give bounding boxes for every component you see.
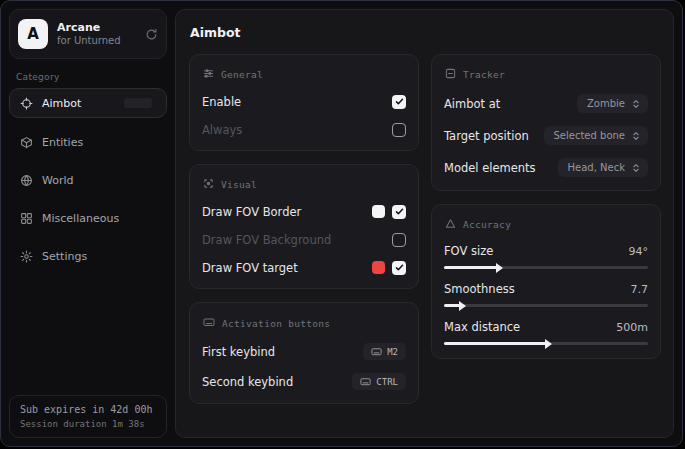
setting-row-fov-background: Draw FOV Background <box>202 232 406 247</box>
setting-row-always: Always <box>202 122 406 137</box>
always-checkbox[interactable] <box>392 123 406 137</box>
tracker-card: Tracker Aimbot at Zombie Target position <box>431 54 661 191</box>
keyboard-icon <box>360 376 371 387</box>
app-window: A Arcane for Unturned Category Aimbot <box>0 0 683 447</box>
sub-expiry-text: Sub expires in 42d 00h <box>20 404 156 415</box>
dropdown-value: Head, Neck <box>568 162 625 173</box>
setting-row-enable: Enable <box>202 94 406 109</box>
sliders-icon <box>203 68 214 81</box>
gear-icon <box>20 250 33 263</box>
setting-row-target-position: Target position Selected bone <box>444 126 648 145</box>
setting-label: FOV size <box>444 244 493 258</box>
setting-row-smoothness: Smoothness 7.7 <box>444 282 648 307</box>
aimbot-at-dropdown[interactable]: Zombie <box>577 94 648 113</box>
setting-label: Draw FOV Background <box>202 233 331 247</box>
slider-value: 500m <box>616 321 648 334</box>
fov-size-slider[interactable] <box>444 266 648 269</box>
sidebar-item-label: World <box>42 174 74 187</box>
target-position-dropdown[interactable]: Selected bone <box>544 126 648 145</box>
refresh-icon[interactable] <box>145 28 158 41</box>
keybind-value: M2 <box>387 347 398 357</box>
activation-card: Activation buttons First keybind M2 Seco… <box>189 302 419 404</box>
first-keybind-button[interactable]: M2 <box>363 343 406 360</box>
crosshair-icon <box>20 97 33 110</box>
page-title: Aimbot <box>190 25 661 40</box>
section-header: Activation buttons <box>222 318 330 329</box>
section-header: General <box>221 69 263 80</box>
square-minus-icon <box>445 68 456 81</box>
keyboard-icon <box>203 316 215 330</box>
sidebar-item-label: Miscellaneous <box>42 212 119 225</box>
brand-card: A Arcane for Unturned <box>9 9 167 59</box>
second-keybind-button[interactable]: CTRL <box>352 373 406 390</box>
setting-label: Enable <box>202 95 241 109</box>
brand-logo: A <box>18 19 48 49</box>
sidebar-item-label: Aimbot <box>42 97 81 110</box>
setting-label: Smoothness <box>444 282 515 296</box>
setting-row-aimbot-at: Aimbot at Zombie <box>444 94 648 113</box>
keybind-value: CTRL <box>376 377 398 387</box>
visual-card: Visual Draw FOV Border Draw FOV Backgrou… <box>189 164 419 289</box>
dropdown-value: Selected bone <box>554 130 625 141</box>
setting-label: Second keybind <box>202 375 293 389</box>
sidebar-item-miscellaneous[interactable]: Miscellaneous <box>9 204 167 232</box>
unfold-icon <box>631 131 641 141</box>
sidebar-item-label: Settings <box>42 250 87 263</box>
faint-keybind-pill <box>124 98 152 108</box>
setting-row-fov-size: FOV size 94° <box>444 244 648 269</box>
setting-label: First keybind <box>202 345 275 359</box>
fov-border-checkbox[interactable] <box>392 205 406 219</box>
globe-icon <box>20 174 33 187</box>
setting-label: Model elements <box>444 161 536 175</box>
setting-label: Max distance <box>444 320 520 334</box>
slider-thumb[interactable] <box>459 301 466 311</box>
category-label: Category <box>16 72 167 82</box>
setting-row-fov-border: Draw FOV Border <box>202 204 406 219</box>
setting-label: Aimbot at <box>444 97 500 111</box>
triangle-icon <box>445 218 456 231</box>
sidebar-item-settings[interactable]: Settings <box>9 242 167 270</box>
layout-grid-icon <box>20 212 33 225</box>
sidebar-item-world[interactable]: World <box>9 166 167 194</box>
brand-subtitle: for Unturned <box>57 35 145 48</box>
setting-row-first-keybind: First keybind M2 <box>202 343 406 360</box>
dropdown-value: Zombie <box>587 98 625 109</box>
section-header: Tracker <box>463 69 505 80</box>
slider-value: 7.7 <box>631 283 649 296</box>
setting-label: Draw FOV Border <box>202 205 301 219</box>
section-header: Visual <box>221 179 257 190</box>
sidebar-item-label: Entities <box>42 136 83 149</box>
cube-icon <box>20 136 33 149</box>
color-swatch[interactable] <box>372 205 385 218</box>
main-panel: Aimbot General <box>175 9 674 438</box>
fov-target-checkbox[interactable] <box>392 261 406 275</box>
unfold-icon <box>631 163 641 173</box>
section-header: Accuracy <box>463 219 511 230</box>
setting-row-max-distance: Max distance 500m <box>444 320 648 345</box>
color-swatch[interactable] <box>372 261 385 274</box>
setting-row-fov-target: Draw FOV target <box>202 260 406 275</box>
model-elements-dropdown[interactable]: Head, Neck <box>558 158 648 177</box>
sidebar-item-entities[interactable]: Entities <box>9 128 167 156</box>
setting-row-second-keybind: Second keybind CTRL <box>202 373 406 390</box>
brand-title: Arcane <box>57 21 145 35</box>
session-duration-text: Session duration 1m 38s <box>20 419 156 429</box>
general-card: General Enable Always <box>189 54 419 151</box>
slider-thumb[interactable] <box>545 339 552 349</box>
sidebar: A Arcane for Unturned Category Aimbot <box>1 1 175 446</box>
fov-background-checkbox[interactable] <box>392 233 406 247</box>
slider-value: 94° <box>629 245 649 258</box>
enable-checkbox[interactable] <box>392 95 406 109</box>
setting-label: Always <box>202 123 242 137</box>
max-distance-slider[interactable] <box>444 342 648 345</box>
unfold-icon <box>631 99 641 109</box>
smoothness-slider[interactable] <box>444 304 648 307</box>
subscription-card: Sub expires in 42d 00h Session duration … <box>9 395 167 438</box>
keyboard-icon <box>371 346 382 357</box>
setting-row-model-elements: Model elements Head, Neck <box>444 158 648 177</box>
setting-label: Draw FOV target <box>202 261 298 275</box>
visual-grid-icon <box>203 178 214 191</box>
slider-thumb[interactable] <box>496 263 503 273</box>
accuracy-card: Accuracy FOV size 94° <box>431 204 661 359</box>
sidebar-item-aimbot[interactable]: Aimbot <box>9 88 167 118</box>
